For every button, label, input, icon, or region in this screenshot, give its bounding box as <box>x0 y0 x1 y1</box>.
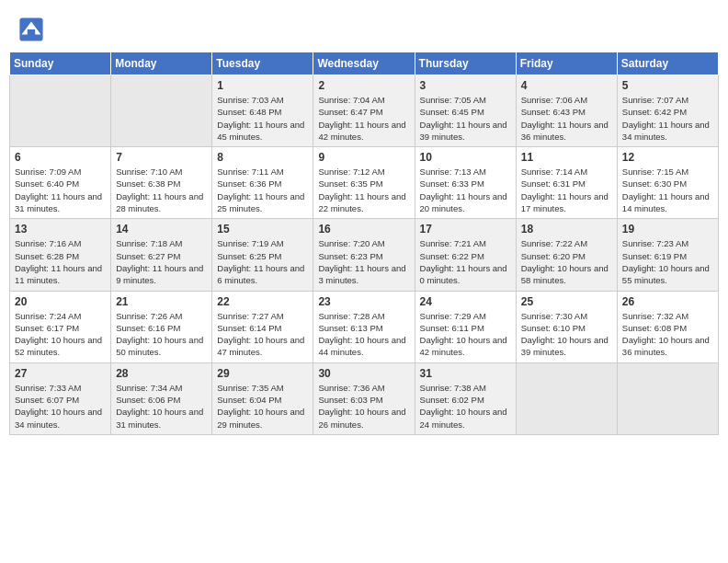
day-info: Sunrise: 7:19 AM Sunset: 6:25 PM Dayligh… <box>217 237 308 286</box>
day-number: 15 <box>217 223 308 236</box>
calendar-week-row: 6Sunrise: 7:09 AM Sunset: 6:40 PM Daylig… <box>10 147 719 219</box>
day-info: Sunrise: 7:15 AM Sunset: 6:30 PM Dayligh… <box>622 166 713 214</box>
day-info: Sunrise: 7:36 AM Sunset: 6:03 PM Dayligh… <box>318 382 409 431</box>
day-number: 9 <box>318 151 409 164</box>
logo <box>18 17 48 42</box>
day-number: 23 <box>318 295 409 308</box>
day-info: Sunrise: 7:07 AM Sunset: 6:42 PM Dayligh… <box>622 94 713 143</box>
day-number: 6 <box>15 151 106 164</box>
calendar-header-row: SundayMondayTuesdayWednesdayThursdayFrid… <box>10 52 719 75</box>
day-info: Sunrise: 7:26 AM Sunset: 6:16 PM Dayligh… <box>116 310 207 359</box>
day-number: 30 <box>318 367 409 380</box>
weekday-header: Wednesday <box>313 52 415 75</box>
day-number: 2 <box>318 79 409 92</box>
day-number: 1 <box>217 79 308 92</box>
calendar-day-cell: 5Sunrise: 7:07 AM Sunset: 6:42 PM Daylig… <box>617 75 718 147</box>
calendar-day-cell: 31Sunrise: 7:38 AM Sunset: 6:02 PM Dayli… <box>415 362 516 434</box>
day-number: 13 <box>15 223 106 236</box>
calendar-week-row: 27Sunrise: 7:33 AM Sunset: 6:07 PM Dayli… <box>10 362 719 434</box>
calendar-day-cell: 18Sunrise: 7:22 AM Sunset: 6:20 PM Dayli… <box>516 219 617 291</box>
calendar-day-cell: 13Sunrise: 7:16 AM Sunset: 6:28 PM Dayli… <box>10 219 111 291</box>
calendar-day-cell: 4Sunrise: 7:06 AM Sunset: 6:43 PM Daylig… <box>516 75 617 147</box>
calendar-day-cell: 19Sunrise: 7:23 AM Sunset: 6:19 PM Dayli… <box>617 219 718 291</box>
calendar-day-cell <box>617 362 718 434</box>
day-number: 3 <box>420 79 511 92</box>
day-info: Sunrise: 7:09 AM Sunset: 6:40 PM Dayligh… <box>15 166 106 214</box>
calendar-day-cell: 6Sunrise: 7:09 AM Sunset: 6:40 PM Daylig… <box>10 147 111 219</box>
calendar-day-cell <box>111 75 212 147</box>
day-info: Sunrise: 7:21 AM Sunset: 6:22 PM Dayligh… <box>420 237 511 286</box>
day-number: 5 <box>622 79 713 92</box>
calendar-day-cell: 10Sunrise: 7:13 AM Sunset: 6:33 PM Dayli… <box>415 147 516 219</box>
day-info: Sunrise: 7:20 AM Sunset: 6:23 PM Dayligh… <box>318 237 409 286</box>
svg-rect-2 <box>28 29 35 36</box>
day-info: Sunrise: 7:13 AM Sunset: 6:33 PM Dayligh… <box>420 166 511 214</box>
calendar-day-cell: 28Sunrise: 7:34 AM Sunset: 6:06 PM Dayli… <box>111 362 212 434</box>
day-number: 24 <box>420 295 511 308</box>
day-number: 29 <box>217 367 308 380</box>
day-info: Sunrise: 7:03 AM Sunset: 6:48 PM Dayligh… <box>217 94 308 143</box>
calendar-day-cell: 27Sunrise: 7:33 AM Sunset: 6:07 PM Dayli… <box>10 362 111 434</box>
calendar-day-cell: 3Sunrise: 7:05 AM Sunset: 6:45 PM Daylig… <box>415 75 516 147</box>
day-info: Sunrise: 7:34 AM Sunset: 6:06 PM Dayligh… <box>116 382 207 431</box>
calendar-day-cell: 21Sunrise: 7:26 AM Sunset: 6:16 PM Dayli… <box>111 291 212 362</box>
calendar-day-cell: 7Sunrise: 7:10 AM Sunset: 6:38 PM Daylig… <box>111 147 212 219</box>
calendar-day-cell: 15Sunrise: 7:19 AM Sunset: 6:25 PM Dayli… <box>212 219 313 291</box>
day-info: Sunrise: 7:32 AM Sunset: 6:08 PM Dayligh… <box>622 310 713 359</box>
day-number: 17 <box>420 223 511 236</box>
calendar-day-cell: 26Sunrise: 7:32 AM Sunset: 6:08 PM Dayli… <box>617 291 718 362</box>
weekday-header: Saturday <box>617 52 718 75</box>
calendar-day-cell: 24Sunrise: 7:29 AM Sunset: 6:11 PM Dayli… <box>415 291 516 362</box>
day-info: Sunrise: 7:27 AM Sunset: 6:14 PM Dayligh… <box>217 310 308 359</box>
day-info: Sunrise: 7:14 AM Sunset: 6:31 PM Dayligh… <box>521 166 612 214</box>
day-number: 4 <box>521 79 612 92</box>
calendar-day-cell <box>10 75 111 147</box>
day-info: Sunrise: 7:35 AM Sunset: 6:04 PM Dayligh… <box>217 382 308 431</box>
day-info: Sunrise: 7:30 AM Sunset: 6:10 PM Dayligh… <box>521 310 612 359</box>
calendar-day-cell: 14Sunrise: 7:18 AM Sunset: 6:27 PM Dayli… <box>111 219 212 291</box>
calendar-day-cell: 1Sunrise: 7:03 AM Sunset: 6:48 PM Daylig… <box>212 75 313 147</box>
calendar-day-cell: 16Sunrise: 7:20 AM Sunset: 6:23 PM Dayli… <box>313 219 415 291</box>
day-number: 14 <box>116 223 207 236</box>
calendar-day-cell: 30Sunrise: 7:36 AM Sunset: 6:03 PM Dayli… <box>313 362 415 434</box>
day-info: Sunrise: 7:05 AM Sunset: 6:45 PM Dayligh… <box>420 94 511 143</box>
calendar-day-cell: 20Sunrise: 7:24 AM Sunset: 6:17 PM Dayli… <box>10 291 111 362</box>
logo-icon <box>18 17 44 42</box>
day-number: 11 <box>521 151 612 164</box>
day-info: Sunrise: 7:38 AM Sunset: 6:02 PM Dayligh… <box>420 382 511 431</box>
day-number: 18 <box>521 223 612 236</box>
calendar-week-row: 1Sunrise: 7:03 AM Sunset: 6:48 PM Daylig… <box>10 75 719 147</box>
day-info: Sunrise: 7:29 AM Sunset: 6:11 PM Dayligh… <box>420 310 511 359</box>
calendar-day-cell: 22Sunrise: 7:27 AM Sunset: 6:14 PM Dayli… <box>212 291 313 362</box>
weekday-header: Tuesday <box>212 52 313 75</box>
calendar-table: SundayMondayTuesdayWednesdayThursdayFrid… <box>9 52 719 435</box>
day-info: Sunrise: 7:28 AM Sunset: 6:13 PM Dayligh… <box>318 310 409 359</box>
day-number: 25 <box>521 295 612 308</box>
day-number: 27 <box>15 367 106 380</box>
day-info: Sunrise: 7:22 AM Sunset: 6:20 PM Dayligh… <box>521 237 612 286</box>
calendar-day-cell: 8Sunrise: 7:11 AM Sunset: 6:36 PM Daylig… <box>212 147 313 219</box>
calendar-day-cell: 17Sunrise: 7:21 AM Sunset: 6:22 PM Dayli… <box>415 219 516 291</box>
calendar-day-cell: 25Sunrise: 7:30 AM Sunset: 6:10 PM Dayli… <box>516 291 617 362</box>
day-number: 19 <box>622 223 713 236</box>
day-info: Sunrise: 7:10 AM Sunset: 6:38 PM Dayligh… <box>116 166 207 214</box>
day-info: Sunrise: 7:06 AM Sunset: 6:43 PM Dayligh… <box>521 94 612 143</box>
calendar-day-cell <box>516 362 617 434</box>
day-number: 16 <box>318 223 409 236</box>
day-number: 20 <box>15 295 106 308</box>
day-number: 10 <box>420 151 511 164</box>
weekday-header: Friday <box>516 52 617 75</box>
calendar-day-cell: 2Sunrise: 7:04 AM Sunset: 6:47 PM Daylig… <box>313 75 415 147</box>
calendar-day-cell: 11Sunrise: 7:14 AM Sunset: 6:31 PM Dayli… <box>516 147 617 219</box>
calendar-day-cell: 12Sunrise: 7:15 AM Sunset: 6:30 PM Dayli… <box>617 147 718 219</box>
day-info: Sunrise: 7:33 AM Sunset: 6:07 PM Dayligh… <box>15 382 106 431</box>
weekday-header: Monday <box>111 52 212 75</box>
day-info: Sunrise: 7:11 AM Sunset: 6:36 PM Dayligh… <box>217 166 308 214</box>
day-number: 31 <box>420 367 511 380</box>
day-info: Sunrise: 7:23 AM Sunset: 6:19 PM Dayligh… <box>622 237 713 286</box>
calendar-week-row: 13Sunrise: 7:16 AM Sunset: 6:28 PM Dayli… <box>10 219 719 291</box>
day-info: Sunrise: 7:18 AM Sunset: 6:27 PM Dayligh… <box>116 237 207 286</box>
day-number: 21 <box>116 295 207 308</box>
calendar-day-cell: 23Sunrise: 7:28 AM Sunset: 6:13 PM Dayli… <box>313 291 415 362</box>
weekday-header: Thursday <box>415 52 516 75</box>
